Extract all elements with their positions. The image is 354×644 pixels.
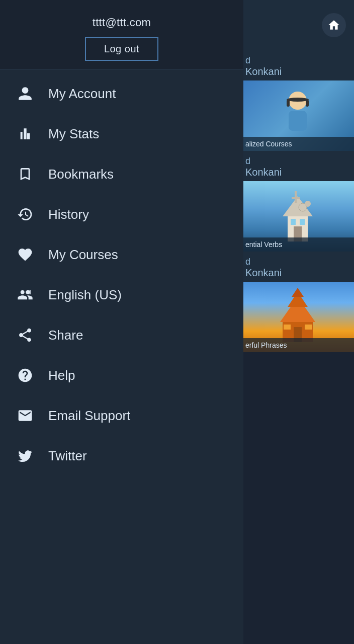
drawer-header: tttt@ttt.com Log out xyxy=(0,0,243,69)
email-icon xyxy=(14,405,36,427)
right-header xyxy=(241,0,354,50)
history-label: History xyxy=(48,207,89,222)
card-2-overlay: ential Verbs xyxy=(241,237,354,252)
svg-rect-10 xyxy=(292,197,300,199)
sidebar-item-email-support[interactable]: Email Support xyxy=(0,395,243,436)
help-label: Help xyxy=(48,368,75,383)
heart-icon xyxy=(14,244,36,266)
card-1-overlay: alized Courses xyxy=(241,137,354,151)
svg-marker-19 xyxy=(292,288,304,297)
stats-icon xyxy=(14,123,36,145)
account-icon xyxy=(14,83,36,105)
sidebar-item-twitter[interactable]: Twitter xyxy=(0,436,243,476)
svg-rect-21 xyxy=(284,325,291,330)
history-icon xyxy=(14,203,36,225)
sidebar-item-english-us[interactable]: English (US) xyxy=(0,275,243,315)
my-courses-label: My Courses xyxy=(48,247,118,263)
sidebar-item-help[interactable]: Help xyxy=(0,355,243,395)
course-card-2[interactable]: ential Verbs xyxy=(241,181,354,252)
language-icon xyxy=(14,284,36,306)
my-account-label: My Account xyxy=(48,86,116,102)
section-2-text: d Konkani xyxy=(241,151,354,181)
logout-button[interactable]: Log out xyxy=(85,37,158,61)
right-panel: d Konkani alized Courses d Konkani xyxy=(241,0,354,644)
svg-rect-2 xyxy=(289,111,307,131)
sidebar-item-bookmarks[interactable]: Bookmarks xyxy=(0,154,243,194)
share-label: Share xyxy=(48,328,83,343)
course-card-3[interactable]: erful Phrases xyxy=(241,282,354,352)
svg-point-15 xyxy=(305,201,311,207)
my-stats-label: My Stats xyxy=(48,126,99,142)
course-card-1[interactable]: alized Courses xyxy=(241,80,354,151)
svg-rect-13 xyxy=(300,219,305,225)
home-icon[interactable] xyxy=(322,13,346,37)
svg-rect-5 xyxy=(306,100,309,107)
sidebar-item-my-account[interactable]: My Account xyxy=(0,73,243,114)
menu-list: My Account My Stats Bookmarks History xyxy=(0,69,243,644)
sidebar-item-history[interactable]: History xyxy=(0,194,243,234)
user-email: tttt@ttt.com xyxy=(93,16,151,29)
svg-point-0 xyxy=(333,23,335,25)
section-1-text: d Konkani xyxy=(241,50,354,80)
email-support-label: Email Support xyxy=(48,408,130,424)
twitter-label: Twitter xyxy=(48,448,87,464)
share-icon xyxy=(14,324,36,346)
help-icon xyxy=(14,364,36,386)
svg-rect-12 xyxy=(291,219,296,225)
svg-rect-22 xyxy=(305,325,312,330)
svg-rect-4 xyxy=(287,100,290,107)
drawer-menu: tttt@ttt.com Log out My Account My Stats… xyxy=(0,0,243,644)
svg-point-3 xyxy=(287,98,309,102)
twitter-icon xyxy=(14,445,36,467)
sidebar-item-share[interactable]: Share xyxy=(0,315,243,355)
section-3-text: d Konkani xyxy=(241,252,354,282)
card-3-overlay: erful Phrases xyxy=(241,338,354,352)
english-us-label: English (US) xyxy=(48,287,122,303)
sidebar-item-my-courses[interactable]: My Courses xyxy=(0,234,243,275)
bookmarks-icon xyxy=(14,163,36,185)
bookmarks-label: Bookmarks xyxy=(48,167,114,182)
sidebar-item-my-stats[interactable]: My Stats xyxy=(0,114,243,154)
